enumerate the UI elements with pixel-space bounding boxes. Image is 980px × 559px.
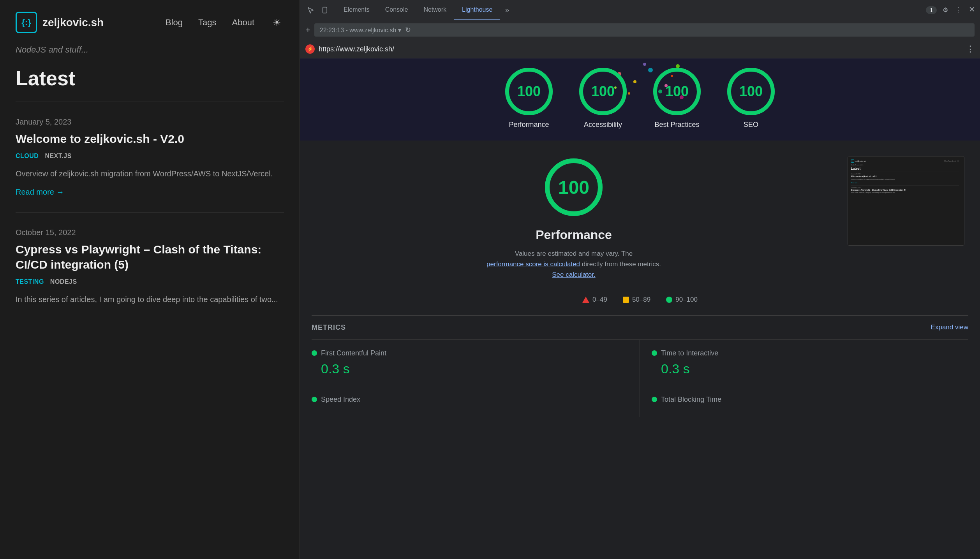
metric-tti-value: 0.3 s xyxy=(652,361,968,376)
article-excerpt-2: In this series of articles, I am going t… xyxy=(16,293,284,306)
close-devtools-icon[interactable]: ✕ xyxy=(969,5,975,16)
tab-lighthouse[interactable]: Lighthouse xyxy=(454,0,500,20)
metric-fcp-dot xyxy=(312,350,317,356)
nav-about[interactable]: About xyxy=(232,18,255,28)
lighthouse-favicon: ⚡ xyxy=(305,44,315,54)
site-header: {:} zeljkovic.sh Blog Tags About ☀ xyxy=(0,0,300,45)
metrics-section: METRICS Expand view First Contentful Pai… xyxy=(300,315,980,417)
inspect-element-icon[interactable] xyxy=(305,4,317,16)
tab-console[interactable]: Console xyxy=(377,0,416,20)
site-tagline: NodeJS and stuff... xyxy=(0,45,300,67)
logo-icon: {:} xyxy=(16,12,37,33)
metrics-header: METRICS Expand view xyxy=(312,315,968,340)
perf-main: 100 Performance Values are estimated and… xyxy=(316,156,832,280)
section-title: Latest xyxy=(0,67,300,102)
performance-section: 100 Performance Values are estimated and… xyxy=(300,141,980,296)
perf-title: Performance xyxy=(316,228,832,242)
tag-nodejs[interactable]: NODEJS xyxy=(50,278,77,285)
score-circle-best-practices: 100 xyxy=(652,66,702,117)
seo-label: SEO xyxy=(744,121,758,129)
lighthouse-content[interactable]: 100 Performance 100 Accessibility xyxy=(300,58,980,559)
tab-network[interactable]: Network xyxy=(416,0,454,20)
legend-fail: 0–49 xyxy=(582,296,607,304)
perf-score: 100 xyxy=(517,83,541,100)
customize-icon[interactable]: ⋮ xyxy=(953,5,964,16)
theme-toggle-button[interactable]: ☀ xyxy=(270,16,284,30)
score-seo: 100 SEO xyxy=(726,66,776,129)
legend-fail-range: 0–49 xyxy=(592,296,607,304)
seo-score: 100 xyxy=(739,83,763,100)
lighthouse-url-bar: ⚡ https://www.zeljkovic.sh/ ⋮ xyxy=(300,40,980,58)
legend-pass: 90–100 xyxy=(666,296,698,304)
devtools-tab-end: 1 ⚙ ⋮ ✕ xyxy=(926,5,975,16)
devtools-panel: Elements Console Network Lighthouse » 1 … xyxy=(300,0,980,559)
score-best-practices: 100 Best Practices xyxy=(652,66,702,129)
metric-tbt: Total Blocking Time xyxy=(640,386,968,417)
tag-testing[interactable]: TESTING xyxy=(16,278,44,285)
score-legend: 0–49 50–89 90–100 xyxy=(300,296,980,315)
metric-si: Speed Index xyxy=(312,386,640,417)
article-card-1: January 5, 2023 Welcome to zeljkovic.sh … xyxy=(0,118,300,212)
metric-tti-name: Time to Interactive xyxy=(661,349,718,357)
a11y-label: Accessibility xyxy=(584,121,622,129)
new-tab-icon[interactable]: + xyxy=(305,25,310,35)
nav-blog[interactable]: Blog xyxy=(166,18,183,28)
devtools-end-icons: ⚙ ⋮ ✕ xyxy=(940,5,975,16)
address-bar[interactable]: 22:23:13 - www.zeljkovic.sh ▾ ↻ xyxy=(314,23,975,37)
metric-tbt-dot xyxy=(652,397,657,402)
svg-point-8 xyxy=(643,63,646,66)
metric-si-header: Speed Index xyxy=(312,396,628,404)
score-circle-accessibility: 100 xyxy=(578,66,628,117)
article-card-2: October 15, 2022 Cypress vs Playwright –… xyxy=(0,228,300,329)
tag-nextjs[interactable]: NEXT.JS xyxy=(45,153,71,160)
a11y-score: 100 xyxy=(591,83,615,100)
article-excerpt-1: Overview of zeljkovic.sh migration from … xyxy=(16,167,284,180)
legend-pass-range: 90–100 xyxy=(675,296,698,304)
score-performance: 100 Performance xyxy=(504,66,554,129)
score-circles-section: 100 Performance 100 Accessibility xyxy=(300,58,980,141)
article-title-2[interactable]: Cypress vs Playwright – Clash of the Tit… xyxy=(16,242,284,272)
svg-point-3 xyxy=(633,80,636,83)
metric-si-dot xyxy=(312,397,317,402)
bp-label: Best Practices xyxy=(654,121,699,129)
metric-si-name: Speed Index xyxy=(321,396,360,404)
metric-fcp-value: 0.3 s xyxy=(312,361,628,376)
device-toggle-icon[interactable] xyxy=(319,4,331,16)
expand-view-button[interactable]: Expand view xyxy=(931,323,968,331)
perf-desc-2: directly from these metrics. xyxy=(582,260,661,268)
metric-fcp-header: First Contentful Paint xyxy=(312,349,628,357)
article-title-1[interactable]: Welcome to zeljkovic.sh - V2.0 xyxy=(16,131,284,146)
metric-tti: Time to Interactive 0.3 s xyxy=(640,340,968,386)
site-nav: Blog Tags About ☀ xyxy=(166,16,284,30)
more-tabs-icon[interactable]: » xyxy=(500,5,514,14)
lighthouse-more-icon[interactable]: ⋮ xyxy=(966,44,975,54)
pass-icon xyxy=(666,297,672,303)
devtools-left-icons xyxy=(305,4,331,16)
website-panel: {:} zeljkovic.sh Blog Tags About ☀ NodeJ… xyxy=(0,0,300,559)
see-calculator-link[interactable]: See calculator. xyxy=(552,271,596,278)
perf-label: Performance xyxy=(509,121,549,129)
article-date-1: January 5, 2023 xyxy=(16,118,284,127)
article-tags-2: TESTING NODEJS xyxy=(16,278,284,285)
metric-tbt-header: Total Blocking Time xyxy=(652,396,968,404)
legend-average: 50–89 xyxy=(623,296,650,304)
perf-circle-large: 100 xyxy=(543,156,605,218)
article-date-2: October 15, 2022 xyxy=(16,228,284,237)
settings-icon[interactable]: ⚙ xyxy=(940,5,951,16)
score-accessibility: 100 Accessibility xyxy=(578,66,628,129)
nav-tags[interactable]: Tags xyxy=(198,18,216,28)
address-bar-row: + 22:23:13 - www.zeljkovic.sh ▾ ↻ xyxy=(300,20,980,40)
perf-score-link[interactable]: performance score is calculated xyxy=(486,260,580,268)
tab-badge: 1 xyxy=(926,6,937,14)
section-divider xyxy=(16,102,284,102)
average-icon xyxy=(623,297,629,303)
devtools-toolbar: Elements Console Network Lighthouse » 1 … xyxy=(300,0,980,20)
tag-cloud[interactable]: CLOUD xyxy=(16,153,39,160)
read-more-1[interactable]: Read more → xyxy=(16,188,64,197)
reload-icon[interactable]: ↻ xyxy=(405,26,411,34)
metric-tti-header: Time to Interactive xyxy=(652,349,968,357)
perf-number-large: 100 xyxy=(558,177,589,198)
tab-elements[interactable]: Elements xyxy=(336,0,377,20)
lighthouse-url[interactable]: https://www.zeljkovic.sh/ xyxy=(319,45,962,53)
metrics-grid: First Contentful Paint 0.3 s Time to Int… xyxy=(312,340,968,417)
